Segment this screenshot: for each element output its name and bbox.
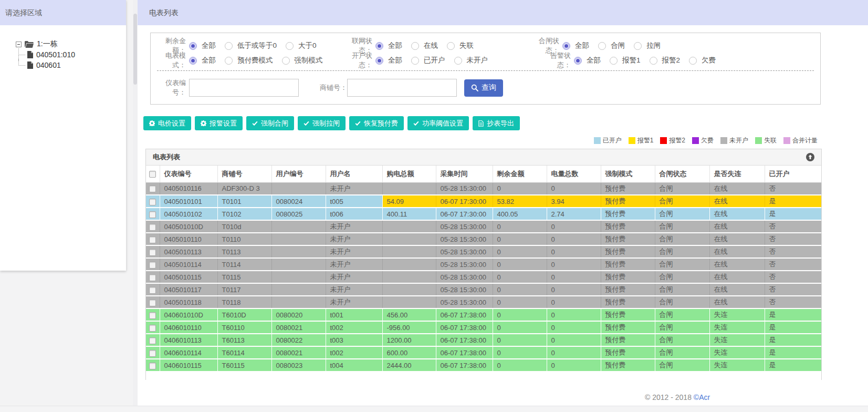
query-button[interactable]: 查询 [464, 79, 503, 97]
row-checkbox[interactable] [149, 350, 156, 357]
table-cell: 600.00 [382, 346, 436, 359]
table-cell [382, 283, 436, 296]
radio-option[interactable]: 全部 [562, 41, 589, 50]
table-cell: 否 [765, 233, 822, 245]
column-header: 是否失连 [709, 166, 765, 182]
row-checkbox-cell [146, 245, 160, 258]
collapse-toggle-icon[interactable] [16, 42, 22, 47]
select-all-checkbox[interactable] [149, 171, 156, 178]
radio-option[interactable]: 全部 [574, 56, 601, 65]
force-open-switch-button[interactable]: 强制拉闸 [298, 116, 346, 130]
meter-reading-export-button[interactable]: 抄表导出 [473, 116, 520, 130]
radio-option[interactable]: 预付费模式 [225, 56, 273, 65]
radio-option[interactable]: 低于或等于0 [225, 41, 277, 50]
alarm-settings-button[interactable]: 报警设置 [195, 116, 243, 130]
meter-no-input[interactable] [189, 79, 299, 97]
radio-option[interactable]: 合闸 [598, 41, 625, 50]
horizontal-scrollbar[interactable] [0, 406, 868, 412]
tree-child-item[interactable]: 040601 [18, 60, 126, 70]
table-cell: 合闸 [655, 258, 709, 271]
file-icon [27, 61, 33, 69]
row-checkbox-cell [146, 321, 160, 334]
row-checkbox[interactable] [149, 363, 156, 369]
radio-circle[interactable] [189, 42, 197, 50]
gear-icon [201, 120, 206, 126]
table-cell: 05-28 15:30:00 [436, 283, 493, 296]
table-cell: 0 [493, 308, 547, 321]
copyright-link[interactable]: ©Acr [694, 393, 710, 401]
row-checkbox[interactable] [149, 199, 156, 205]
radio-circle[interactable] [650, 57, 657, 65]
price-settings-button[interactable]: 电价设置 [143, 116, 191, 130]
row-checkbox[interactable] [149, 337, 156, 344]
radio-option[interactable]: 欠费 [689, 56, 716, 65]
filter-group: 告警状态：全部报警1报警2欠费 [537, 53, 725, 68]
table-cell: 预付费 [601, 334, 655, 346]
radio-circle[interactable] [610, 57, 618, 65]
tree-child-item[interactable]: 040501:010 [18, 49, 126, 60]
row-checkbox[interactable] [149, 325, 156, 332]
scrollbar-thumb[interactable] [133, 14, 137, 85]
radio-option[interactable]: 全部 [375, 41, 402, 50]
radio-circle[interactable] [411, 57, 419, 65]
radio-option[interactable]: 全部 [189, 41, 216, 50]
radio-option[interactable]: 在线 [411, 41, 438, 50]
radio-option[interactable]: 报警2 [650, 56, 681, 65]
radio-option[interactable]: 失联 [447, 41, 474, 50]
radio-circle[interactable] [574, 57, 582, 65]
radio-circle[interactable] [282, 57, 290, 65]
shop-no-input[interactable] [347, 79, 457, 97]
radio-option[interactable]: 全部 [375, 56, 402, 65]
table-cell [382, 296, 436, 308]
collapse-up-icon[interactable] [806, 153, 814, 161]
restore-prepaid-button[interactable]: 恢复预付费 [349, 116, 404, 130]
legend-item: 已开户 [594, 136, 622, 145]
radio-circle[interactable] [189, 57, 197, 65]
radio-circle[interactable] [225, 57, 233, 65]
radio-option[interactable]: 未开户 [454, 56, 488, 65]
radio-circle[interactable] [562, 42, 570, 50]
vertical-scrollbar[interactable] [133, 0, 138, 412]
row-checkbox[interactable] [149, 300, 156, 306]
row-checkbox[interactable] [149, 211, 156, 218]
power-threshold-settings-button[interactable]: 功率阈值设置 [407, 116, 469, 130]
row-checkbox[interactable] [149, 274, 156, 281]
row-checkbox[interactable] [149, 287, 156, 294]
radio-option[interactable]: 已开户 [411, 56, 445, 65]
radio-circle[interactable] [286, 42, 294, 50]
radio-circle[interactable] [375, 57, 383, 65]
radio-circle[interactable] [634, 42, 642, 50]
row-checkbox[interactable] [149, 249, 156, 256]
row-checkbox-cell [146, 283, 160, 296]
radio-circle[interactable] [375, 42, 383, 50]
row-checkbox[interactable] [149, 236, 156, 243]
radio-circle[interactable] [447, 42, 455, 50]
table-cell: 预付费 [601, 308, 655, 321]
radio-circle[interactable] [454, 57, 462, 65]
filter-panel: 剩余金额：全部低于或等于0大于0联网状态：全部在线失联合闸状态：全部合闸拉闸 电… [150, 33, 821, 105]
table-cell: 400.05 [493, 208, 547, 220]
force-close-switch-button[interactable]: 强制合闸 [246, 116, 294, 130]
radio-circle[interactable] [598, 42, 606, 50]
search-icon [471, 84, 478, 91]
table-cell: 0 [547, 220, 601, 233]
radio-option[interactable]: 大于0 [286, 41, 317, 50]
radio-circle[interactable] [411, 42, 419, 50]
radio-option[interactable]: 强制模式 [282, 56, 323, 65]
radio-option[interactable]: 报警1 [610, 56, 641, 65]
row-checkbox[interactable] [149, 224, 156, 231]
table-cell: 未开户 [326, 182, 382, 195]
area-tree: 1:一栋 040501:010 040601 [0, 25, 126, 70]
row-checkbox[interactable] [149, 262, 156, 269]
row-checkbox[interactable] [149, 312, 156, 319]
legend-item: 欠费 [692, 136, 714, 145]
radio-option[interactable]: 全部 [189, 56, 216, 65]
radio-option[interactable]: 拉闸 [634, 41, 661, 50]
row-checkbox[interactable] [149, 186, 156, 192]
radio-circle[interactable] [225, 42, 233, 50]
table-cell: 0405010116 [160, 182, 217, 195]
tree-root-item[interactable]: 1:一栋 [16, 39, 126, 49]
table-panel-title: 电表列表 [153, 152, 806, 162]
radio-circle[interactable] [689, 57, 697, 65]
table-cell: 预付费 [601, 182, 655, 195]
